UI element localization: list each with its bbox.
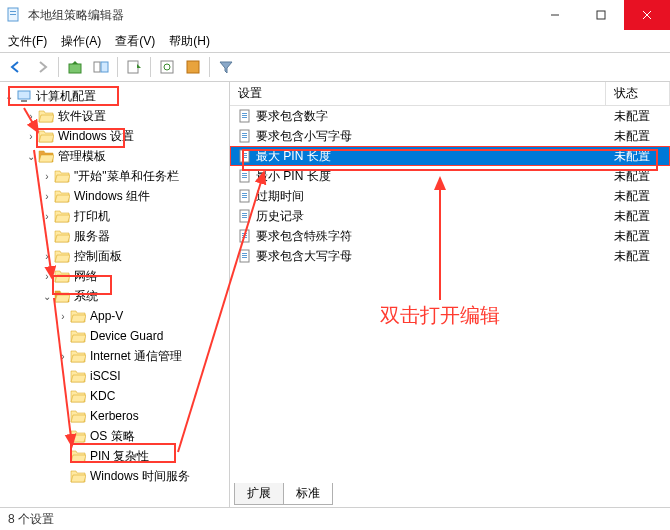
tab-standard[interactable]: 标准 [283, 483, 333, 505]
filter-button[interactable] [214, 55, 238, 79]
tree-item[interactable]: ›Windows 组件 [2, 186, 227, 206]
tree-label: OS 策略 [90, 428, 135, 445]
expander-icon[interactable]: › [56, 309, 70, 323]
expander-icon[interactable]: › [40, 209, 54, 223]
expander-icon[interactable]: › [40, 249, 54, 263]
expander-icon[interactable] [56, 329, 70, 343]
tree-item[interactable]: iSCSI [2, 366, 227, 386]
expander-icon[interactable]: ⌄ [2, 89, 16, 103]
svg-rect-15 [21, 100, 27, 102]
menu-help[interactable]: 帮助(H) [169, 33, 210, 50]
window-title: 本地组策略编辑器 [28, 7, 124, 24]
svg-rect-43 [242, 237, 247, 238]
expander-icon[interactable]: › [24, 109, 38, 123]
tree-item[interactable]: ›Internet 通信管理 [2, 346, 227, 366]
list-row[interactable]: 历史记录未配置 [230, 206, 670, 226]
up-button[interactable] [63, 55, 87, 79]
menu-view[interactable]: 查看(V) [115, 33, 155, 50]
svg-rect-42 [242, 235, 247, 236]
menubar: 文件(F) 操作(A) 查看(V) 帮助(H) [0, 30, 670, 52]
expander-icon[interactable] [56, 389, 70, 403]
svg-rect-29 [242, 173, 247, 174]
expander-icon[interactable] [40, 229, 54, 243]
svg-rect-22 [242, 135, 247, 136]
list-row[interactable]: 最大 PIN 长度未配置 [230, 146, 670, 166]
tree-root[interactable]: ⌄ 计算机配置 [2, 86, 227, 106]
menu-action[interactable]: 操作(A) [61, 33, 101, 50]
tree[interactable]: ⌄ 计算机配置 ›软件设置›Windows 设置⌄管理模板›"开始"菜单和任务栏… [0, 82, 229, 490]
forward-button[interactable] [30, 55, 54, 79]
status-label: 未配置 [606, 148, 666, 165]
export-button[interactable] [122, 55, 146, 79]
expander-icon[interactable]: › [40, 189, 54, 203]
list-row[interactable]: 过期时间未配置 [230, 186, 670, 206]
list-row[interactable]: 要求包含数字未配置 [230, 106, 670, 126]
menu-file[interactable]: 文件(F) [8, 33, 47, 50]
tree-label: 管理模板 [58, 148, 106, 165]
setting-label: 要求包含特殊字符 [256, 228, 352, 245]
minimize-button[interactable] [532, 0, 578, 30]
back-button[interactable] [4, 55, 28, 79]
setting-label: 要求包含大写字母 [256, 248, 352, 265]
tree-item[interactable]: ⌄管理模板 [2, 146, 227, 166]
status-label: 未配置 [606, 248, 666, 265]
tree-item[interactable]: ›软件设置 [2, 106, 227, 126]
expander-icon[interactable] [56, 429, 70, 443]
tree-item[interactable]: OS 策略 [2, 426, 227, 446]
expander-icon[interactable]: › [24, 129, 38, 143]
tree-item[interactable]: 服务器 [2, 226, 227, 246]
tree-label: 网络 [74, 268, 98, 285]
tree-label: 控制面板 [74, 248, 122, 265]
expander-icon[interactable]: › [56, 349, 70, 363]
tree-item[interactable]: KDC [2, 386, 227, 406]
svg-rect-46 [242, 255, 247, 256]
svg-rect-31 [242, 177, 247, 178]
tree-label: PIN 复杂性 [90, 448, 149, 465]
maximize-button[interactable] [578, 0, 624, 30]
app-icon [6, 7, 22, 23]
status-label: 未配置 [606, 168, 666, 185]
tree-item[interactable]: ›控制面板 [2, 246, 227, 266]
tree-item[interactable]: ›App-V [2, 306, 227, 326]
close-button[interactable] [624, 0, 670, 30]
tree-item[interactable]: ›Windows 设置 [2, 126, 227, 146]
tree-item[interactable]: Kerberos [2, 406, 227, 426]
tree-pane: ⌄ 计算机配置 ›软件设置›Windows 设置⌄管理模板›"开始"菜单和任务栏… [0, 82, 230, 507]
expander-icon[interactable]: ⌄ [24, 149, 38, 163]
list-row[interactable]: 要求包含小写字母未配置 [230, 126, 670, 146]
tree-label: Windows 时间服务 [90, 468, 190, 485]
svg-rect-1 [10, 11, 16, 12]
tree-label: Windows 组件 [74, 188, 150, 205]
tree-item[interactable]: ⌄系统 [2, 286, 227, 306]
expander-icon[interactable]: ⌄ [40, 289, 54, 303]
main-split: ⌄ 计算机配置 ›软件设置›Windows 设置⌄管理模板›"开始"菜单和任务栏… [0, 82, 670, 508]
tab-extended[interactable]: 扩展 [234, 483, 284, 505]
tree-item[interactable]: ›打印机 [2, 206, 227, 226]
tree-item[interactable]: Windows 时间服务 [2, 466, 227, 486]
tree-label: 服务器 [74, 228, 110, 245]
list-row[interactable]: 要求包含特殊字符未配置 [230, 226, 670, 246]
tree-label: Windows 设置 [58, 128, 134, 145]
col-status[interactable]: 状态 [606, 82, 670, 105]
expander-icon[interactable] [56, 469, 70, 483]
expander-icon[interactable] [56, 449, 70, 463]
svg-rect-35 [242, 197, 247, 198]
props-button[interactable] [181, 55, 205, 79]
tree-item[interactable]: PIN 复杂性 [2, 446, 227, 466]
tree-item[interactable]: ›"开始"菜单和任务栏 [2, 166, 227, 186]
list-row[interactable]: 要求包含大写字母未配置 [230, 246, 670, 266]
refresh-button[interactable] [155, 55, 179, 79]
tree-label: App-V [90, 309, 123, 323]
expander-icon[interactable]: › [40, 169, 54, 183]
tree-item[interactable]: ›网络 [2, 266, 227, 286]
expander-icon[interactable]: › [40, 269, 54, 283]
expander-icon[interactable] [56, 409, 70, 423]
tree-item[interactable]: Device Guard [2, 326, 227, 346]
expander-icon[interactable] [56, 369, 70, 383]
svg-rect-39 [242, 217, 247, 218]
show-button[interactable] [89, 55, 113, 79]
col-setting[interactable]: 设置 [230, 82, 606, 105]
tree-label: Kerberos [90, 409, 139, 423]
tree-label: 系统 [74, 288, 98, 305]
list-row[interactable]: 最小 PIN 长度未配置 [230, 166, 670, 186]
